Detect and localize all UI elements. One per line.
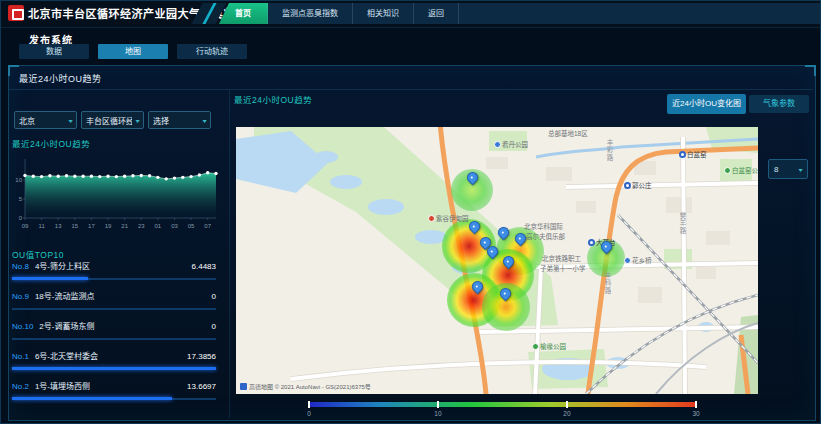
road-label: 丰科路 <box>604 272 611 295</box>
scale-tick <box>437 401 439 408</box>
station-name: 6号-北天堂村委会 <box>35 350 187 361</box>
trend-chart: 0510091113151719212301030507 <box>10 151 222 235</box>
map-section-label: 最近24小时OU趋势 <box>234 93 312 105</box>
chevron-down-icon: ▾ <box>68 117 72 124</box>
city-select[interactable]: 北京 ▾ <box>14 111 77 129</box>
map-poi-label: 榆缘公园 <box>532 343 566 350</box>
scale-tick-label: 0 <box>307 410 311 417</box>
map-poi-label: 高尔夫俱乐部 <box>526 233 565 240</box>
station-name: 4号-筛分上料区 <box>35 260 192 271</box>
value-bar-track <box>12 278 216 280</box>
poi-icon <box>532 343 539 350</box>
value-bar-track <box>12 398 216 400</box>
tab-data[interactable]: 数据 <box>19 44 89 59</box>
map-poi-label: 北京华科国际 <box>524 223 563 230</box>
svg-text:19: 19 <box>105 223 112 229</box>
value-bar-track <box>12 308 216 310</box>
rank-number: No.10 <box>12 322 33 331</box>
map-poi-label: 白盆窑 <box>679 151 707 158</box>
svg-text:0: 0 <box>19 215 23 221</box>
rank-number: No.2 <box>12 382 29 391</box>
value-bar-track <box>12 368 216 370</box>
amap-logo-icon <box>240 383 247 390</box>
map-attribution: 高德地图 © 2021 AutoNavi - GS(2021)6375号 <box>240 382 371 391</box>
ou-value: 0 <box>212 322 216 331</box>
ou-value: 17.3856 <box>187 352 216 361</box>
rank-number: No.9 <box>12 292 29 301</box>
ranking-row: No.918号-流动监测点0 <box>12 290 216 310</box>
svg-text:07: 07 <box>204 223 211 229</box>
svg-text:05: 05 <box>188 223 195 229</box>
station-name: 2号-调蓄场东侧 <box>39 320 211 331</box>
station-select[interactable]: 选择 ▾ <box>148 111 211 129</box>
map-attribution-text: 高德地图 © 2021 AutoNavi - GS(2021)6375号 <box>249 382 371 391</box>
poi-icon <box>428 215 435 222</box>
ranking-row: No.84号-筛分上料区6.4483 <box>12 260 216 280</box>
tab-map[interactable]: 地图 <box>98 44 168 59</box>
svg-text:11: 11 <box>38 223 45 229</box>
ranking-row: No.102号-调蓄场东侧0 <box>12 320 216 340</box>
value-bar-fill <box>12 367 216 370</box>
value-bar-fill <box>12 397 172 400</box>
svg-text:13: 13 <box>55 223 62 229</box>
map-canvas[interactable]: 总部基地18区看丹公园紫谷伊甸园白盆窑白盆窑公园郭公庄北京华科国际高尔夫俱乐部大… <box>236 127 758 394</box>
map-poi-label: 北京铁路职工 <box>542 255 581 262</box>
nav-item-knowledge[interactable]: 相关知识 <box>353 3 414 24</box>
ranking-list: No.84号-筛分上料区6.4483No.918号-流动监测点0No.102号-… <box>12 260 216 410</box>
scale-tick-label: 20 <box>563 410 570 417</box>
metro-station-icon <box>624 182 631 189</box>
scale-tick-label: 30 <box>692 410 699 417</box>
tab-track[interactable]: 行动轨迹 <box>177 44 247 59</box>
road-label: 丰彩路 <box>606 139 613 162</box>
map-poi-label: 紫谷伊甸园 <box>428 215 469 222</box>
map-poi-label: 郭公庄 <box>624 182 652 189</box>
svg-text:10: 10 <box>15 177 22 183</box>
map-poi-label: 子弟第十一小学 <box>540 265 586 272</box>
svg-text:5: 5 <box>19 196 23 202</box>
ou-value: 6.4483 <box>192 262 216 271</box>
heat-scale-bar: 0102030 <box>309 402 696 407</box>
app-root: 北京市丰台区循环经济产业园大气恶臭状况实时 首页 监测点恶臭指数 相关知识 返回… <box>0 0 821 424</box>
svg-text:23: 23 <box>138 223 145 229</box>
value-bar-track <box>12 338 216 340</box>
station-name: 18号-流动监测点 <box>35 290 212 301</box>
chevron-down-icon: ▾ <box>135 117 139 124</box>
filter-row: 北京 ▾ 丰台区循环经济产 ▾ 选择 ▾ <box>14 111 211 129</box>
map-zoom-select[interactable]: 8 ▾ <box>768 159 808 179</box>
ou-value: 13.6697 <box>187 382 216 391</box>
map-poi-label: 花乡桥 <box>624 257 652 264</box>
panel-title: 最近24小时OU趋势 <box>19 72 102 85</box>
scale-tick <box>566 401 568 408</box>
station-name: 1号-填埋场西侧 <box>35 380 187 391</box>
ou-change-chart-button[interactable]: 近24小时OU变化图 <box>667 94 746 114</box>
nav-item-odor-index[interactable]: 监测点恶臭指数 <box>268 3 353 24</box>
rank-number: No.1 <box>12 352 29 361</box>
metro-station-icon <box>679 151 686 158</box>
scale-tick <box>695 401 697 408</box>
svg-text:17: 17 <box>88 223 95 229</box>
park-select[interactable]: 丰台区循环经济产 ▾ <box>81 111 144 129</box>
svg-text:03: 03 <box>171 223 178 229</box>
map-poi-label: 白盆窑公园 <box>724 167 758 174</box>
rank-number: No.8 <box>12 262 29 271</box>
svg-text:21: 21 <box>121 223 128 229</box>
map-poi-label: 总部基地18区 <box>548 130 588 137</box>
weather-params-button[interactable]: 气象参数 <box>749 95 809 113</box>
metro-station-icon <box>588 239 595 246</box>
scale-tick <box>308 401 310 408</box>
top-bar: 北京市丰台区循环经济产业园大气恶臭状况实时 首页 监测点恶臭指数 相关知识 返回 <box>1 1 820 28</box>
chevron-down-icon: ▾ <box>202 117 206 124</box>
value-bar-fill <box>12 277 88 280</box>
poi-icon <box>624 257 631 264</box>
svg-text:09: 09 <box>22 223 29 229</box>
ranking-title: OU值TOP10 <box>12 248 64 260</box>
map-poi-label: 看丹公园 <box>494 141 528 148</box>
chevron-down-icon: ▾ <box>798 166 802 173</box>
ou-value: 0 <box>212 292 216 301</box>
poi-icon <box>494 141 501 148</box>
columns-divider <box>229 90 230 418</box>
svg-text:01: 01 <box>155 223 162 229</box>
nav-item-back[interactable]: 返回 <box>414 3 459 24</box>
view-tabs: 数据 地图 行动轨迹 <box>19 44 247 59</box>
panel-header-divider <box>9 89 813 90</box>
